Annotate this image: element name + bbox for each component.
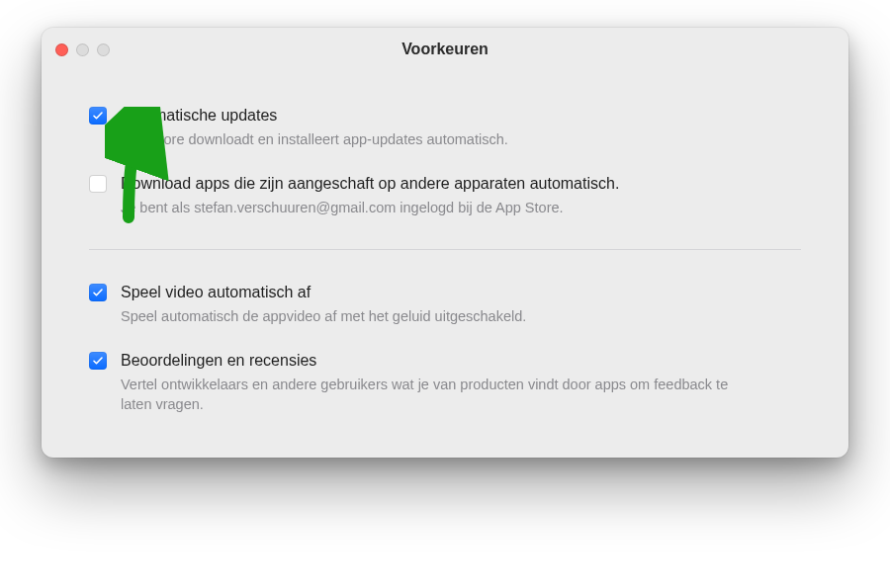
option-label: Beoordelingen en recensies — [121, 350, 801, 372]
option-desc: Vertel ontwikkelaars en andere gebruiker… — [121, 375, 754, 414]
divider — [89, 249, 801, 250]
option-desc: Je bent als stefan.verschuuren@gmail.com… — [121, 198, 754, 217]
check-icon — [92, 355, 104, 367]
option-label: Speel video automatisch af — [121, 282, 801, 303]
preferences-content: Automatische updates App Store downloadt… — [42, 71, 848, 458]
option-desc: App Store downloadt en installeert app-u… — [121, 129, 754, 149]
option-download-other-devices: Download apps die zijn aangeschaft op an… — [89, 163, 801, 231]
checkbox-download-other-devices[interactable] — [89, 175, 107, 193]
checkbox-auto-updates[interactable] — [89, 107, 107, 125]
option-label: Download apps die zijn aangeschaft op an… — [121, 173, 801, 195]
option-autoplay-video: Speel video automatisch af Speel automat… — [89, 272, 801, 340]
option-label: Automatische updates — [121, 105, 801, 126]
titlebar: Voorkeuren — [42, 28, 848, 71]
checkbox-reviews[interactable] — [89, 352, 107, 370]
checkbox-autoplay-video[interactable] — [89, 284, 107, 301]
preferences-window: Voorkeuren Automatische updates App Stor… — [42, 28, 848, 458]
check-icon — [92, 287, 104, 298]
option-desc: Speel automatisch de appvideo af met het… — [121, 306, 754, 326]
check-icon — [92, 110, 104, 122]
option-reviews: Beoordelingen en recensies Vertel ontwik… — [89, 340, 801, 428]
option-auto-updates: Automatische updates App Store downloadt… — [89, 95, 801, 163]
window-title: Voorkeuren — [42, 41, 848, 58]
